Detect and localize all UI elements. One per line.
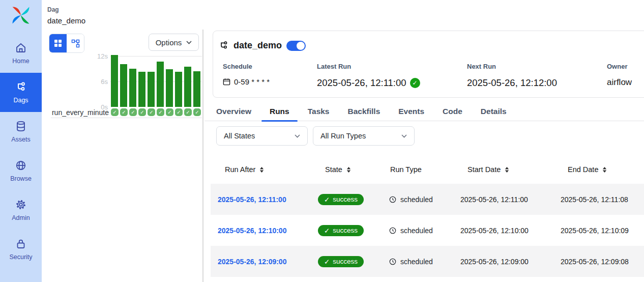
run-after-link[interactable]: 2025-05-26, 12:10:00 <box>218 227 286 235</box>
stat-label: Owner <box>607 63 632 70</box>
options-button[interactable]: Options <box>149 34 199 51</box>
home-icon <box>15 42 27 54</box>
task-instance-chip[interactable]: ✓ <box>129 108 137 116</box>
lock-icon <box>15 238 27 250</box>
tab-backfills[interactable]: Backfills <box>340 102 389 121</box>
sidebar-item-admin[interactable]: Admin <box>0 190 42 230</box>
start-date-value: 2025-05-26, 12:11:00 <box>460 195 528 204</box>
sidebar-item-assets[interactable]: Assets <box>0 112 42 151</box>
table-header-row: Run After State Run Type Start Date End … <box>211 155 644 184</box>
y-axis-tick: 6s <box>85 78 108 86</box>
latest-run-value[interactable]: 2025-05-26, 12:11:00 <box>317 77 406 89</box>
task-instance-chip[interactable]: ✓ <box>157 108 164 116</box>
grid-view-button[interactable] <box>49 34 67 52</box>
next-run-value: 2025-05-26, 12:12:00 <box>467 77 557 89</box>
duration-bar[interactable] <box>111 55 118 107</box>
graph-icon <box>71 39 80 48</box>
task-instance-chip[interactable]: ✓ <box>166 108 173 116</box>
dag-tabs: Overview Runs Tasks Backfills Events Cod… <box>204 102 644 121</box>
dag-header-card: date_demo Schedule 0-59 * * * * Latest R… <box>213 31 644 98</box>
stat-label: Latest Run <box>317 63 420 70</box>
airflow-logo[interactable] <box>0 0 42 34</box>
stat-next-run: Next Run 2025-05-26, 12:12:00 <box>467 63 557 89</box>
success-check-icon: ✓ <box>410 78 420 88</box>
duration-bar[interactable] <box>148 72 155 107</box>
tab-overview[interactable]: Overview <box>208 102 259 121</box>
run-type-filter-value: All Run Types <box>320 132 366 140</box>
task-instance-chip[interactable]: ✓ <box>193 108 201 116</box>
dag-detail-panel: date_demo Schedule 0-59 * * * * Latest R… <box>204 30 644 282</box>
runs-table: Run After State Run Type Start Date End … <box>211 155 644 277</box>
sort-icon[interactable] <box>346 166 352 173</box>
sort-icon[interactable] <box>504 166 510 173</box>
task-instance-chip[interactable]: ✓ <box>184 108 192 116</box>
toggle-knob <box>297 42 305 50</box>
end-date-value: 2025-05-26, 12:09:08 <box>561 258 629 266</box>
globe-icon <box>15 159 27 172</box>
task-instance-chips: ✓✓✓✓✓✓✓✓✓✓ <box>111 108 201 116</box>
end-date-value: 2025-05-26, 12:10:09 <box>561 227 629 235</box>
chevron-down-icon <box>186 41 192 44</box>
tab-details[interactable]: Details <box>473 102 515 121</box>
column-header-start-date[interactable]: Start Date <box>453 165 553 174</box>
sort-icon[interactable] <box>602 166 607 173</box>
sidebar: Home Dags Assets Browse Admin <box>0 0 42 282</box>
duration-bar[interactable] <box>138 72 145 107</box>
run-type-filter-select[interactable]: All Run Types <box>313 126 415 146</box>
task-instance-row: run_every_minute ✓✓✓✓✓✓✓✓✓✓ <box>42 108 203 118</box>
duration-bar[interactable] <box>184 67 191 107</box>
duration-bar[interactable] <box>157 62 164 107</box>
duration-bar[interactable] <box>166 69 173 107</box>
end-date-value: 2025-05-26, 12:11:08 <box>561 195 628 204</box>
duration-bar[interactable] <box>193 71 200 107</box>
sidebar-item-security[interactable]: Security <box>0 230 42 269</box>
gear-icon <box>15 199 27 211</box>
calendar-icon <box>223 78 230 86</box>
graph-view-button[interactable] <box>67 34 84 52</box>
view-toggle-group <box>49 34 84 53</box>
grid-panel: Options 12s 6s 0s run_every_minute ✓✓✓✓✓… <box>42 30 203 282</box>
duration-bar[interactable] <box>120 64 127 107</box>
sort-icon[interactable] <box>259 166 265 173</box>
dag-title: date_demo <box>233 40 282 51</box>
state-badge: ✓success <box>318 256 364 267</box>
duration-bar[interactable] <box>175 72 182 107</box>
options-label: Options <box>156 38 182 47</box>
tab-events[interactable]: Events <box>390 102 432 121</box>
clock-icon <box>389 227 396 234</box>
dag-pause-toggle[interactable] <box>286 41 306 51</box>
breadcrumb-dag-name: date_demo <box>47 16 85 25</box>
run-type-value: scheduled <box>400 258 433 266</box>
column-header-state[interactable]: State <box>311 165 382 174</box>
run-type-value: scheduled <box>400 227 433 235</box>
column-header-run-after[interactable]: Run After <box>211 165 311 174</box>
y-axis-tick: 12s <box>85 52 108 60</box>
task-name[interactable]: run_every_minute <box>52 108 109 117</box>
task-instance-chip[interactable]: ✓ <box>120 108 128 116</box>
table-row: 2025-05-26, 12:09:00 ✓success scheduled … <box>211 246 644 277</box>
task-instance-chip[interactable]: ✓ <box>138 108 146 116</box>
state-badge: ✓success <box>318 225 364 236</box>
schedule-value: 0-59 * * * * <box>234 77 270 86</box>
check-icon: ✓ <box>324 227 330 235</box>
sidebar-item-home[interactable]: Home <box>0 34 42 73</box>
column-header-end-date[interactable]: End Date <box>553 165 644 174</box>
sidebar-item-browse[interactable]: Browse <box>0 151 42 190</box>
sidebar-item-dags[interactable]: Dags <box>0 73 42 112</box>
tab-code[interactable]: Code <box>434 102 471 121</box>
clock-icon <box>389 196 396 203</box>
run-after-link[interactable]: 2025-05-26, 12:11:00 <box>218 195 286 204</box>
task-instance-chip[interactable]: ✓ <box>148 108 155 116</box>
tab-runs[interactable]: Runs <box>261 102 298 121</box>
check-icon: ✓ <box>324 258 330 266</box>
dag-icon <box>218 40 229 51</box>
task-instance-chip[interactable]: ✓ <box>175 108 183 116</box>
run-after-link[interactable]: 2025-05-26, 12:09:00 <box>218 258 286 266</box>
dag-icon <box>15 81 27 93</box>
task-instance-chip[interactable]: ✓ <box>111 108 119 116</box>
tab-tasks[interactable]: Tasks <box>300 102 338 121</box>
state-filter-select[interactable]: All States <box>216 126 308 146</box>
table-row: 2025-05-26, 12:10:00 ✓success scheduled … <box>211 215 644 246</box>
duration-bar[interactable] <box>129 69 136 107</box>
check-icon: ✓ <box>324 195 330 204</box>
